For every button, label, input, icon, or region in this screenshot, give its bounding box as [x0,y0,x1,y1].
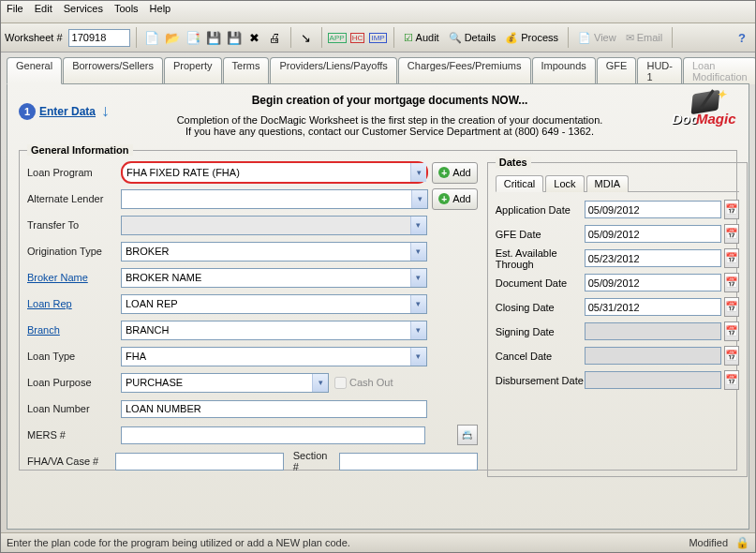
loan-purpose-combo[interactable]: PURCHASE▾ [121,373,329,393]
menu-file[interactable]: File [7,3,23,21]
mers-label: MERS # [27,429,121,441]
menu-bar: File Edit Services Tools Help [1,1,755,23]
save-icon[interactable]: 💾 [204,28,223,47]
calendar-icon[interactable]: 📅 [724,248,739,268]
tab-mdia[interactable]: MDIA [586,175,630,192]
calendar-icon[interactable]: 📅 [724,321,739,341]
tab-critical[interactable]: Critical [496,175,544,192]
fhava-label: FHA/VA Case # [27,456,115,467]
chevron-down-icon[interactable]: ▾ [411,190,427,208]
chevron-down-icon[interactable]: ▾ [410,269,426,287]
audit-button[interactable]: ☑Audit [400,28,443,47]
branch-link[interactable]: Branch [27,324,121,336]
date-input[interactable] [585,201,721,218]
worksheet-number-input[interactable] [68,29,130,47]
date-row: Cancel Date📅 [496,346,739,366]
date-input[interactable] [585,225,721,243]
delete-icon[interactable]: ✖ [245,28,264,47]
open-icon[interactable]: 📂 [163,28,182,47]
toolbar: Worksheet # 📄 📂 📑 💾 💾 ✖ 🖨 ↘ APP HC IMP ☑… [1,23,755,52]
enter-data-link[interactable]: Enter Data [39,105,96,118]
chevron-down-icon[interactable]: ▾ [410,295,426,313]
section-input[interactable] [339,453,478,471]
app-icon[interactable]: APP [328,28,347,47]
tab-hud1[interactable]: HUD-1 [637,57,682,84]
main-tabs: General Borrowers/Sellers Property Terms… [1,52,755,83]
broker-name-link[interactable]: Broker Name [27,272,121,283]
general-panel: 1 Enter Data ↓ Begin creation of your mo… [7,83,749,530]
loan-number-input[interactable] [121,400,427,418]
chevron-down-icon[interactable]: ▾ [410,243,426,261]
fhava-input[interactable] [115,453,284,471]
mail-icon: ✉ [626,32,634,44]
date-row: Est. Available Through📅 [496,248,739,268]
details-button[interactable]: 🔍Details [445,28,500,47]
menu-edit[interactable]: Edit [35,3,52,21]
date-input [585,347,721,365]
calendar-icon[interactable]: 📅 [724,224,739,244]
broker-name-combo[interactable]: BROKER NAME▾ [121,268,427,288]
calendar-icon[interactable]: 📅 [724,370,739,390]
mers-lookup-button[interactable]: 📇 [457,425,478,445]
date-input [585,322,721,340]
enter-data-badge[interactable]: 1 Enter Data ↓ [19,101,110,121]
loan-rep-link[interactable]: Loan Rep [27,298,121,309]
calendar-icon[interactable]: 📅 [724,200,739,219]
save-as-icon[interactable]: 💾 [225,28,244,47]
date-input[interactable] [585,274,721,291]
chevron-down-icon[interactable]: ▾ [410,163,426,182]
intro-line1: Completion of the DocMagic Worksheet is … [119,114,660,126]
alt-lender-add-button[interactable]: +Add [432,188,478,210]
chevron-down-icon[interactable]: ▾ [410,321,426,339]
export-icon[interactable]: ↘ [297,28,316,47]
intro-title: Begin creation of your mortgage document… [119,94,660,107]
form-left-column: Loan Program FHA FIXED RATE (FHA)▾ +Add … [27,162,478,477]
loan-program-label: Loan Program [27,167,121,178]
chevron-down-icon[interactable]: ▾ [312,374,328,392]
loan-program-add-button[interactable]: +Add [432,162,478,184]
tab-terms[interactable]: Terms [223,57,270,84]
dates-group: Dates Critical Lock MDIA Application Dat… [487,162,748,477]
tab-borrowers[interactable]: Borrowers/Sellers [63,57,163,84]
tab-providers[interactable]: Providers/Liens/Payoffs [270,57,396,84]
tab-gfe[interactable]: GFE [597,57,637,84]
date-label: Document Date [496,277,585,289]
help-icon[interactable]: ? [733,28,751,47]
prev-icon[interactable]: 📑 [184,28,202,47]
mers-input[interactable] [121,426,425,444]
imp-icon[interactable]: IMP [369,28,388,47]
toolbar-separator [393,27,394,48]
tab-property[interactable]: Property [164,57,222,84]
branch-combo[interactable]: BRANCH▾ [121,321,427,340]
menu-help[interactable]: Help [150,3,171,21]
cash-out-input [334,377,347,389]
hc-icon[interactable]: HC [348,28,367,47]
loan-rep-combo[interactable]: LOAN REP▾ [121,294,427,314]
date-input[interactable] [585,249,721,267]
lock-icon: 🔒 [735,536,749,549]
loan-type-combo[interactable]: FHA▾ [121,347,427,366]
date-input[interactable] [585,298,721,316]
chevron-down-icon[interactable]: ▾ [410,348,426,366]
email-button: ✉Email [622,28,667,47]
menu-services[interactable]: Services [64,3,103,21]
menu-tools[interactable]: Tools [114,3,139,21]
origination-type-combo[interactable]: BROKER▾ [121,242,427,262]
plus-icon: + [438,193,450,204]
loan-type-label: Loan Type [27,351,121,362]
tab-general[interactable]: General [7,57,62,84]
calendar-icon[interactable]: 📅 [724,297,739,317]
calendar-icon[interactable]: 📅 [724,346,739,366]
print-icon[interactable]: 🖨 [266,28,285,47]
tab-charges[interactable]: Charges/Fees/Premiums [398,57,531,84]
alt-lender-combo[interactable]: ▾ [121,189,428,209]
new-icon[interactable]: 📄 [142,28,161,47]
loan-program-combo[interactable]: FHA FIXED RATE (FHA)▾ [121,161,428,184]
date-row: GFE Date📅 [496,224,739,244]
tab-impounds[interactable]: Impounds [532,57,596,84]
calendar-icon[interactable]: 📅 [724,273,739,292]
transfer-to-label: Transfer To [27,219,121,231]
dates-tabs: Critical Lock MDIA [496,174,739,192]
process-button[interactable]: 💰Process [501,28,562,47]
tab-lock[interactable]: Lock [545,175,584,192]
